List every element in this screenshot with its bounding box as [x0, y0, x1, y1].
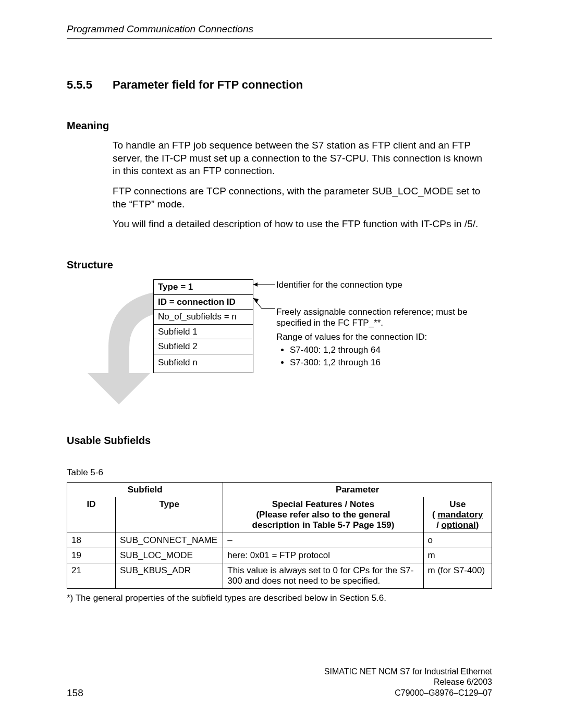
footer-line2: Release 6/2003 [324, 677, 492, 688]
table-group-parameter: Parameter [223, 483, 492, 498]
table-row: 18 SUB_CONNECT_NAME – o [67, 533, 492, 548]
structure-diagram: Type = 1 ID = connection ID No_of_subfie… [67, 279, 492, 399]
cell-type: SUB_CONNECT_NAME [116, 533, 223, 548]
table-col-use-l3c: ) [476, 520, 479, 530]
table-col-notes: Special Features / Notes (Please refer a… [223, 497, 423, 533]
table-row: 21 SUB_KBUS_ADR This value is always set… [67, 563, 492, 589]
structure-annotation-3-b2: S7-300: 1,2 through 16 [290, 357, 474, 369]
cell-type: SUB_LOC_MODE [116, 548, 223, 563]
structure-row-type: Type = 1 [154, 280, 253, 295]
cell-id: 21 [67, 563, 116, 589]
structure-annotation-1: Identifier for the connection type [276, 279, 474, 290]
page-number: 158 [67, 687, 83, 699]
cell-id: 19 [67, 548, 116, 563]
structure-row-subn: Subfield n [154, 354, 253, 373]
section-number: 5.5.5 [67, 78, 113, 92]
table-group-subfield: Subfield [67, 483, 223, 498]
footer-line1: SIMATIC NET NCM S7 for Industrial Ethern… [324, 667, 492, 677]
table-col-use-l1: Use [449, 499, 466, 509]
subfields-table: Subfield Parameter ID Type Special Featu… [67, 482, 492, 589]
page-footer: 158 SIMATIC NET NCM S7 for Industrial Et… [67, 667, 492, 699]
table-col-notes-l3: description in Table 5-7 Page 159) [252, 520, 395, 530]
meaning-heading: Meaning [67, 120, 492, 132]
structure-row-sub2: Subfield 2 [154, 339, 253, 354]
structure-table: Type = 1 ID = connection ID No_of_subfie… [153, 279, 253, 373]
page-content: Programmed Communication Connections 5.5… [67, 23, 492, 603]
structure-annotation-2: Freely assignable connection reference; … [276, 306, 474, 329]
table-footnote: *) The general properties of the subfiel… [67, 593, 492, 603]
structure-annotation-3: Range of values for the connection ID: S… [276, 331, 474, 369]
meaning-p2: FTP connections are TCP connections, wit… [113, 185, 488, 211]
section-heading: 5.5.5 Parameter field for FTP connection [67, 78, 492, 92]
table-col-use: Use ( mandatory / optional) [423, 497, 492, 533]
cell-id: 18 [67, 533, 116, 548]
table-caption: Table 5-6 [67, 467, 492, 478]
cell-notes: – [223, 533, 423, 548]
structure-annotation-3-intro: Range of values for the connection ID: [276, 332, 427, 342]
structure-annotation-3-b1: S7-400: 1,2 through 64 [290, 344, 474, 356]
table-col-notes-l1: Special Features / Notes [272, 499, 375, 509]
running-header: Programmed Communication Connections [67, 23, 492, 39]
table-col-use-l3a: / [436, 520, 441, 530]
cell-type: SUB_KBUS_ADR [116, 563, 223, 589]
table-row: 19 SUB_LOC_MODE here: 0x01 = FTP protoco… [67, 548, 492, 563]
cell-use: m (for S7-400) [423, 563, 492, 589]
footer-line3: C79000–G8976–C129–07 [324, 688, 492, 699]
table-col-notes-l2: (Please refer also to the general [256, 510, 390, 520]
footer-right: SIMATIC NET NCM S7 for Industrial Ethern… [324, 667, 492, 699]
svg-marker-1 [253, 282, 258, 287]
svg-marker-4 [253, 298, 259, 303]
table-col-type: Type [116, 497, 223, 533]
usable-heading: Usable Subfields [67, 435, 492, 447]
meaning-body: To handle an FTP job sequence between th… [113, 139, 488, 231]
cell-use: m [423, 548, 492, 563]
meaning-p1: To handle an FTP job sequence between th… [113, 139, 488, 178]
structure-row-nosub: No_of_subfields = n [154, 310, 253, 325]
table-col-id: ID [67, 497, 116, 533]
section-title: Parameter field for FTP connection [113, 78, 303, 92]
table-col-use-l3b: optional [442, 520, 476, 530]
structure-heading: Structure [67, 259, 492, 271]
cell-notes: here: 0x01 = FTP protocol [223, 548, 423, 563]
structure-row-id: ID = connection ID [154, 295, 253, 310]
structure-row-sub1: Subfield 1 [154, 325, 253, 340]
meaning-p3: You will find a detailed description of … [113, 218, 488, 231]
table-col-use-l2b: mandatory [438, 510, 483, 520]
cell-use: o [423, 533, 492, 548]
cell-notes: This value is always set to 0 for CPs fo… [223, 563, 423, 589]
table-col-use-l2a: ( [432, 510, 437, 520]
